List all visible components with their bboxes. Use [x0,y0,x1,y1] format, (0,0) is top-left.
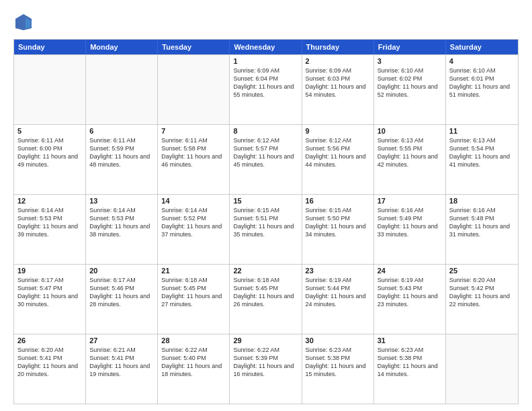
cell-info: Sunrise: 6:12 AM Sunset: 5:56 PM Dayligh… [306,136,370,169]
day-number: 19 [17,267,82,275]
calendar-cell: 20Sunrise: 6:17 AM Sunset: 5:46 PM Dayli… [86,265,158,334]
calendar-cell: 29Sunrise: 6:22 AM Sunset: 5:39 PM Dayli… [230,334,302,404]
calendar-cell: 27Sunrise: 6:21 AM Sunset: 5:41 PM Dayli… [86,334,158,404]
cell-info: Sunrise: 6:17 AM Sunset: 5:47 PM Dayligh… [17,276,82,309]
calendar-cell: 4Sunrise: 6:10 AM Sunset: 6:01 PM Daylig… [446,55,518,124]
day-number: 20 [89,267,154,275]
calendar-header-cell: Wednesday [230,40,302,54]
day-number: 18 [449,197,515,205]
calendar-cell [158,55,230,124]
cell-info: Sunrise: 6:20 AM Sunset: 5:41 PM Dayligh… [17,346,82,379]
day-number: 16 [306,197,370,205]
day-number: 14 [161,197,226,205]
calendar-cell: 30Sunrise: 6:23 AM Sunset: 5:38 PM Dayli… [302,334,374,404]
calendar-cell: 3Sunrise: 6:10 AM Sunset: 6:02 PM Daylig… [374,55,446,124]
cell-info: Sunrise: 6:15 AM Sunset: 5:50 PM Dayligh… [306,206,370,239]
calendar-cell: 14Sunrise: 6:14 AM Sunset: 5:52 PM Dayli… [158,195,230,264]
cell-info: Sunrise: 6:13 AM Sunset: 5:54 PM Dayligh… [449,136,515,169]
cell-info: Sunrise: 6:14 AM Sunset: 5:53 PM Dayligh… [17,206,82,239]
day-number: 15 [233,197,298,205]
day-number: 12 [17,197,82,205]
calendar-cell: 25Sunrise: 6:20 AM Sunset: 5:42 PM Dayli… [446,265,518,334]
cell-info: Sunrise: 6:19 AM Sunset: 5:43 PM Dayligh… [378,276,442,309]
logo [13,12,36,32]
cell-info: Sunrise: 6:18 AM Sunset: 5:45 PM Dayligh… [161,276,226,309]
calendar-cell: 7Sunrise: 6:11 AM Sunset: 5:58 PM Daylig… [158,125,230,194]
day-number: 29 [233,336,298,345]
cell-info: Sunrise: 6:10 AM Sunset: 6:01 PM Dayligh… [449,66,515,99]
calendar-header-row: SundayMondayTuesdayWednesdayThursdayFrid… [14,40,518,54]
day-number: 10 [378,127,442,135]
cell-info: Sunrise: 6:12 AM Sunset: 5:57 PM Dayligh… [233,136,298,169]
calendar-week-row: 26Sunrise: 6:20 AM Sunset: 5:41 PM Dayli… [14,334,518,404]
calendar-cell: 8Sunrise: 6:12 AM Sunset: 5:57 PM Daylig… [230,125,302,194]
day-number: 28 [161,336,226,345]
calendar-header-cell: Thursday [302,40,374,54]
calendar-week-row: 19Sunrise: 6:17 AM Sunset: 5:47 PM Dayli… [14,264,518,334]
calendar-cell: 6Sunrise: 6:11 AM Sunset: 5:59 PM Daylig… [86,125,158,194]
cell-info: Sunrise: 6:17 AM Sunset: 5:46 PM Dayligh… [89,276,154,309]
cell-info: Sunrise: 6:16 AM Sunset: 5:48 PM Dayligh… [449,206,515,239]
day-number: 9 [306,127,370,135]
day-number: 21 [161,267,226,275]
day-number: 4 [449,57,515,65]
cell-info: Sunrise: 6:11 AM Sunset: 5:58 PM Dayligh… [161,136,226,169]
calendar-cell: 5Sunrise: 6:11 AM Sunset: 6:00 PM Daylig… [14,125,86,194]
calendar-cell: 11Sunrise: 6:13 AM Sunset: 5:54 PM Dayli… [446,125,518,194]
calendar-cell: 18Sunrise: 6:16 AM Sunset: 5:48 PM Dayli… [446,195,518,264]
day-number: 30 [306,336,370,345]
day-number: 11 [449,127,515,135]
day-number: 23 [306,267,370,275]
calendar-cell: 17Sunrise: 6:16 AM Sunset: 5:49 PM Dayli… [374,195,446,264]
calendar-header-cell: Tuesday [158,40,230,54]
cell-info: Sunrise: 6:22 AM Sunset: 5:39 PM Dayligh… [233,346,298,379]
calendar-cell: 22Sunrise: 6:18 AM Sunset: 5:45 PM Dayli… [230,265,302,334]
cell-info: Sunrise: 6:18 AM Sunset: 5:45 PM Dayligh… [233,276,298,309]
day-number: 22 [233,267,298,275]
calendar-cell [14,55,86,124]
calendar-cell: 21Sunrise: 6:18 AM Sunset: 5:45 PM Dayli… [158,265,230,334]
calendar-cell: 16Sunrise: 6:15 AM Sunset: 5:50 PM Dayli… [302,195,374,264]
cell-info: Sunrise: 6:14 AM Sunset: 5:53 PM Dayligh… [89,206,154,239]
header [13,12,519,32]
calendar-cell: 26Sunrise: 6:20 AM Sunset: 5:41 PM Dayli… [14,334,86,404]
day-number: 2 [306,57,370,65]
cell-info: Sunrise: 6:20 AM Sunset: 5:42 PM Dayligh… [449,276,515,309]
calendar-cell [86,55,158,124]
calendar-cell [446,334,518,404]
calendar-cell: 9Sunrise: 6:12 AM Sunset: 5:56 PM Daylig… [302,125,374,194]
day-number: 1 [233,57,298,65]
day-number: 7 [161,127,226,135]
calendar-header-cell: Friday [374,40,446,54]
calendar-cell: 15Sunrise: 6:15 AM Sunset: 5:51 PM Dayli… [230,195,302,264]
cell-info: Sunrise: 6:14 AM Sunset: 5:52 PM Dayligh… [161,206,226,239]
calendar-week-row: 5Sunrise: 6:11 AM Sunset: 6:00 PM Daylig… [14,124,518,194]
calendar-cell: 10Sunrise: 6:13 AM Sunset: 5:55 PM Dayli… [374,125,446,194]
day-number: 5 [17,127,82,135]
day-number: 24 [378,267,442,275]
calendar: SundayMondayTuesdayWednesdayThursdayFrid… [13,39,519,404]
calendar-week-row: 12Sunrise: 6:14 AM Sunset: 5:53 PM Dayli… [14,194,518,264]
cell-info: Sunrise: 6:11 AM Sunset: 5:59 PM Dayligh… [89,136,154,169]
calendar-header-cell: Sunday [14,40,86,54]
calendar-cell: 31Sunrise: 6:23 AM Sunset: 5:38 PM Dayli… [374,334,446,404]
cell-info: Sunrise: 6:09 AM Sunset: 6:04 PM Dayligh… [233,66,298,99]
day-number: 6 [89,127,154,135]
day-number: 3 [378,57,442,65]
calendar-cell: 12Sunrise: 6:14 AM Sunset: 5:53 PM Dayli… [14,195,86,264]
day-number: 31 [378,336,442,345]
day-number: 8 [233,127,298,135]
cell-info: Sunrise: 6:16 AM Sunset: 5:49 PM Dayligh… [378,206,442,239]
cell-info: Sunrise: 6:23 AM Sunset: 5:38 PM Dayligh… [378,346,442,379]
cell-info: Sunrise: 6:09 AM Sunset: 6:03 PM Dayligh… [306,66,370,99]
calendar-cell: 19Sunrise: 6:17 AM Sunset: 5:47 PM Dayli… [14,265,86,334]
day-number: 17 [378,197,442,205]
calendar-cell: 28Sunrise: 6:22 AM Sunset: 5:40 PM Dayli… [158,334,230,404]
calendar-week-row: 1Sunrise: 6:09 AM Sunset: 6:04 PM Daylig… [14,54,518,124]
cell-info: Sunrise: 6:15 AM Sunset: 5:51 PM Dayligh… [233,206,298,239]
calendar-body: 1Sunrise: 6:09 AM Sunset: 6:04 PM Daylig… [14,54,518,404]
cell-info: Sunrise: 6:19 AM Sunset: 5:44 PM Dayligh… [306,276,370,309]
calendar-cell: 24Sunrise: 6:19 AM Sunset: 5:43 PM Dayli… [374,265,446,334]
calendar-cell: 1Sunrise: 6:09 AM Sunset: 6:04 PM Daylig… [230,55,302,124]
day-number: 25 [449,267,515,275]
